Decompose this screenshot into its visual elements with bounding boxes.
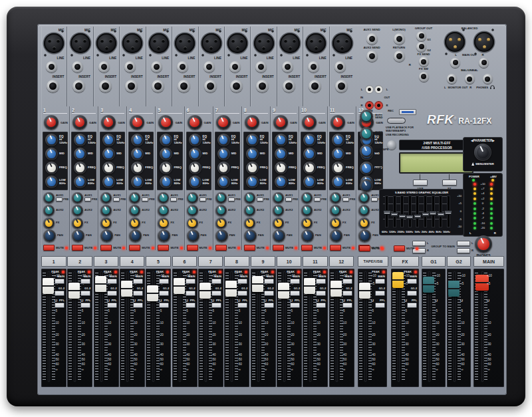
pfl-button[interactable]	[316, 303, 326, 308]
g2-to-main-l-button[interactable]	[457, 241, 470, 246]
eq-mid-knob[interactable]	[131, 148, 144, 160]
main-button[interactable]	[211, 279, 221, 284]
eq-hi-knob[interactable]	[74, 134, 86, 146]
line-jack[interactable]	[124, 61, 136, 72]
main-button[interactable]	[159, 279, 169, 284]
return-jack[interactable]	[394, 51, 405, 62]
fx-send-knob[interactable]	[129, 217, 140, 229]
eq-mid-knob[interactable]	[74, 148, 86, 160]
mic-xlr-jack[interactable]	[96, 33, 116, 53]
fx-send-knob[interactable]	[43, 217, 55, 229]
eq-hi-knob[interactable]	[160, 134, 172, 146]
group-out-g1-jack[interactable]	[416, 31, 426, 41]
pan-knob[interactable]	[43, 229, 56, 242]
monitor-out-r-jack[interactable]	[465, 74, 475, 84]
aux2-send-jack[interactable]	[366, 51, 378, 62]
mute-button[interactable]	[301, 245, 313, 251]
insert-jack[interactable]	[335, 80, 348, 92]
eq-freq-knob[interactable]	[74, 162, 86, 174]
aux2-knob[interactable]	[100, 205, 112, 216]
balanced-xlr-left[interactable]	[445, 32, 465, 52]
gain-knob[interactable]	[273, 115, 288, 130]
insert-jack[interactable]	[256, 80, 269, 92]
geq-slider-handle[interactable]	[429, 211, 437, 215]
g1-2-button[interactable]	[375, 291, 385, 296]
eq-hi-knob[interactable]	[275, 134, 287, 146]
eq-low-knob[interactable]	[189, 176, 201, 188]
fx-mute-button[interactable]	[394, 245, 405, 251]
geq-slider[interactable]	[432, 196, 434, 227]
aux1-knob[interactable]	[273, 192, 284, 204]
eq-hi-knob[interactable]	[246, 134, 259, 146]
eq-mid-knob[interactable]	[275, 148, 287, 160]
line-jack[interactable]	[282, 61, 293, 72]
main-out-l-jack[interactable]	[450, 58, 460, 68]
geq-slider[interactable]	[448, 196, 450, 227]
fader-handle[interactable]	[423, 277, 434, 293]
eq-low-knob[interactable]	[45, 176, 58, 188]
fader-handle[interactable]	[304, 278, 315, 294]
g1-2-button[interactable]	[290, 291, 300, 296]
mute-button[interactable]	[244, 245, 255, 251]
eq-mid-knob[interactable]	[246, 148, 259, 160]
geq-slider[interactable]	[440, 196, 442, 227]
main-button[interactable]	[133, 279, 143, 284]
line-jack[interactable]	[98, 61, 110, 72]
pfl-button[interactable]	[80, 303, 90, 308]
pfl-button[interactable]	[107, 303, 117, 308]
eq-freq-knob[interactable]	[160, 162, 172, 174]
main-button[interactable]	[80, 279, 90, 284]
g1-2-button[interactable]	[159, 291, 169, 296]
mic-xlr-jack[interactable]	[201, 33, 221, 53]
mute-button[interactable]	[43, 245, 55, 251]
fader-handle[interactable]	[359, 283, 370, 299]
main-button[interactable]	[107, 279, 117, 284]
line-jack[interactable]	[203, 61, 215, 72]
fx-send-knob[interactable]	[330, 217, 341, 229]
pre-button[interactable]	[342, 198, 349, 202]
insert-jack[interactable]	[152, 80, 164, 92]
gain-knob[interactable]	[216, 115, 231, 130]
geq-slider-handle[interactable]	[444, 210, 452, 215]
eq-freq-knob[interactable]	[303, 162, 316, 174]
eq-freq-knob[interactable]	[102, 162, 115, 174]
eq-hi-knob[interactable]	[131, 134, 144, 146]
aux2-knob[interactable]	[301, 205, 313, 216]
geq-slider-handle[interactable]	[398, 214, 406, 219]
gain-knob[interactable]	[101, 115, 116, 130]
fader-handle[interactable]	[43, 278, 54, 294]
aux1-knob[interactable]	[158, 192, 169, 204]
group-out-g2-jack[interactable]	[416, 42, 426, 52]
fx-send-knob[interactable]	[72, 217, 83, 229]
mic-xlr-jack[interactable]	[306, 33, 326, 53]
line-jack[interactable]	[229, 61, 241, 72]
pan-knob[interactable]	[215, 229, 228, 242]
pfl-button[interactable]	[186, 303, 196, 308]
fx-sw-jack[interactable]	[419, 72, 429, 82]
eq-hi-knob[interactable]	[217, 134, 230, 146]
gain-knob[interactable]	[158, 115, 173, 130]
fx-send-knob[interactable]	[215, 217, 227, 229]
geq-slider-handle[interactable]	[414, 214, 422, 219]
mute-button[interactable]	[158, 245, 169, 251]
fader-handle[interactable]	[278, 283, 289, 299]
tape-usb-mute-button[interactable]	[359, 245, 370, 251]
eq-freq-knob[interactable]	[131, 162, 144, 174]
geq-slider-handle[interactable]	[406, 215, 414, 219]
g1-2-button[interactable]	[107, 291, 117, 296]
pre-button[interactable]	[200, 198, 206, 202]
parameter-knob[interactable]	[474, 144, 491, 161]
fx-send-knob[interactable]	[301, 217, 313, 229]
fader-handle[interactable]	[68, 283, 80, 299]
fx-mode-button[interactable]	[442, 180, 457, 186]
eq-low-knob[interactable]	[131, 176, 144, 188]
rec-out-l-rca[interactable]	[375, 86, 382, 93]
aux1-knob[interactable]	[330, 192, 341, 204]
line-jack[interactable]	[72, 61, 83, 72]
pfl-button[interactable]	[375, 303, 385, 308]
eq-low-knob[interactable]	[102, 176, 115, 188]
fader-handle[interactable]	[448, 281, 460, 297]
g2-to-main-r-button[interactable]	[457, 248, 470, 253]
pfl-button[interactable]	[290, 303, 300, 308]
aux1-knob[interactable]	[187, 192, 198, 204]
